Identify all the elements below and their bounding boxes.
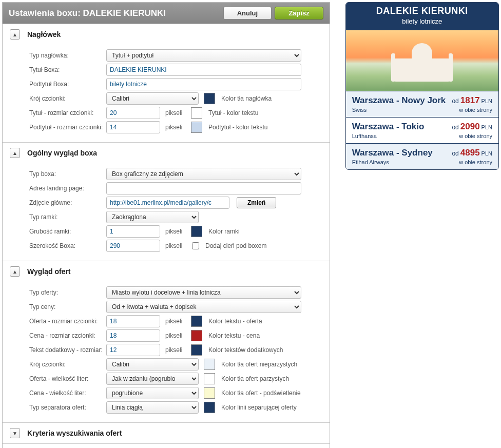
szer-input[interactable] <box>106 240 160 252</box>
preview-header: DALEKIE KIERUNKI bilety lotnicze <box>346 3 498 30</box>
offer-airline: Lufthansa <box>352 133 425 139</box>
zdjecie-input[interactable] <box>106 197 229 209</box>
section-title-ofert: Wygląd ofert <box>27 267 71 276</box>
dod-color-label: Kolor tekstów dodatkowych <box>208 346 283 354</box>
offer-price: od4895PLN <box>452 148 492 158</box>
toggle-ofert[interactable]: ▲ <box>10 266 20 277</box>
offer-price: od2090PLN <box>452 122 492 132</box>
cena-color-label: Kolor tekstu - cena <box>208 332 260 339</box>
offer-item[interactable]: Warszawa - TokioLufthansaod2090PLNw obie… <box>346 117 498 143</box>
px-unit3: pikseli <box>165 228 186 235</box>
kroj2-select[interactable]: Calibri <box>106 358 199 371</box>
zdjecie-label: Zdjęcie główne: <box>29 199 106 206</box>
oferta-color-swatch[interactable] <box>191 316 202 327</box>
kroj-label: Krój czcionki: <box>29 95 106 102</box>
ramka-color-label: Kolor ramki <box>208 228 240 235</box>
offer-item[interactable]: Warszawa - SydneyEtihad Airwaysod4895PLN… <box>346 143 498 169</box>
section-title-wyglad: Ogólny wygląd boxa <box>27 149 97 157</box>
settings-panel: Ustawienia boxu: DALEKIE KIERUNKI Anuluj… <box>2 2 330 448</box>
sep-color-label: Kolor linii separującej oferty <box>221 404 297 411</box>
offer-item[interactable]: Warszawa - Nowy JorkSwissod1817PLNw obie… <box>346 91 498 117</box>
header-box-name: DALEKIE KIERUNKI <box>83 8 166 18</box>
oferta-size-label: Oferta - rozmiar czcionki: <box>29 318 106 325</box>
cena-size-label: Cena - rozmiar czcionki: <box>29 332 106 339</box>
offer-airline: Swiss <box>352 107 446 113</box>
litery-label: Oferta - wielkość liter: <box>29 375 106 382</box>
typ-boxa-label: Typ boxa: <box>29 170 106 178</box>
cien-label: Dodaj cień pod boxem <box>205 242 266 249</box>
oferta-size-input[interactable] <box>106 315 160 327</box>
podtytul-size-input[interactable] <box>106 121 160 133</box>
sep-color-swatch[interactable] <box>204 402 215 413</box>
header-bg-label: Kolor tła nagłówka <box>221 95 272 102</box>
kroj2-label: Krój czcionki: <box>29 361 106 368</box>
typ-naglowka-select[interactable]: Tytuł + podtytuł <box>106 49 301 62</box>
offer-note: w obie strony <box>452 159 492 165</box>
tytul-color-label: Tytuł - kolor tekstu <box>208 109 258 116</box>
tytul-input[interactable] <box>106 64 301 76</box>
section-title-kryteria: Kryteria wyszukiwania ofert <box>27 429 122 437</box>
cena-color-swatch[interactable] <box>191 330 202 341</box>
typ-ceny-select[interactable]: Od + kwota + waluta + dopisek <box>106 301 301 313</box>
cena-litery-label: Cena - wielkość liter: <box>29 389 106 397</box>
toggle-kryteria[interactable]: ▼ <box>10 428 20 438</box>
podtytul-label: Podtytuł Boxa: <box>29 81 106 88</box>
litery-select[interactable]: Jak w zdaniu (pogrubio <box>106 373 199 385</box>
header-prefix: Ustawienia boxu: <box>9 8 83 18</box>
typ-oferty-label: Typ oferty: <box>29 289 106 296</box>
even-bg-swatch[interactable] <box>204 373 215 384</box>
offer-route: Warszawa - Tokio <box>352 122 425 132</box>
ramka-color-swatch[interactable] <box>191 226 202 237</box>
save-button-top[interactable]: Zapisz <box>275 7 323 20</box>
grubosc-input[interactable] <box>106 225 160 238</box>
kroj-select[interactable]: Calibri <box>106 92 199 105</box>
px-unit2: pikseli <box>165 124 186 131</box>
grubosc-label: Grubość ramki: <box>29 228 106 235</box>
tytul-label: Tytuł Boxa: <box>29 66 106 73</box>
px-u6: pikseli <box>165 332 186 339</box>
landing-input[interactable] <box>106 182 301 194</box>
header-bg-swatch[interactable] <box>204 93 215 104</box>
sep-label: Typ separatora ofert: <box>29 404 106 411</box>
typ-boxa-select[interactable]: Box graficzny ze zdjęciem <box>106 168 301 180</box>
cien-checkbox[interactable] <box>192 242 199 249</box>
tytul-size-input[interactable] <box>106 107 160 119</box>
typ-ramki-label: Typ ramki: <box>29 213 106 221</box>
highlight-bg-swatch[interactable] <box>204 387 215 399</box>
typ-naglowka-label: Typ nagłówka: <box>29 52 106 59</box>
dod-color-swatch[interactable] <box>191 344 202 356</box>
preview-box: DALEKIE KIERUNKI bilety lotnicze Warszaw… <box>345 2 499 170</box>
cena-size-input[interactable] <box>106 329 160 342</box>
cancel-button-top[interactable]: Anuluj <box>223 7 272 20</box>
offer-note: w obie strony <box>452 107 492 113</box>
podtytul-input[interactable] <box>106 78 301 90</box>
szer-label: Szerokość Boxa: <box>29 242 106 249</box>
dod-size-input[interactable] <box>106 344 160 356</box>
odd-bg-label: Kolor tła ofert nieparzystych <box>221 361 297 368</box>
sep-select[interactable]: Linia ciągłą <box>106 401 199 414</box>
tytul-color-swatch[interactable] <box>191 107 202 119</box>
typ-ramki-select[interactable]: Zaokrąglona <box>106 211 199 223</box>
px-u5: pikseli <box>165 318 186 325</box>
px-u7: pikseli <box>165 346 186 354</box>
offer-route: Warszawa - Sydney <box>352 148 433 158</box>
preview-title: DALEKIE KIERUNKI <box>350 6 494 16</box>
oferta-color-label: Kolor tekstu - oferta <box>208 318 262 325</box>
px-unit4: pikseli <box>165 242 186 249</box>
cena-litery-select[interactable]: pogrubione <box>106 387 199 399</box>
odd-bg-swatch[interactable] <box>204 359 215 370</box>
typ-oferty-select[interactable]: Miasto wylotu i docelowe + linia lotnicz… <box>106 286 301 299</box>
landing-label: Adres landing page: <box>29 185 106 192</box>
highlight-bg-label: Kolor tła ofert - podświetlenie <box>221 389 301 397</box>
typ-ceny-label: Typ ceny: <box>29 303 106 310</box>
toggle-naglowek[interactable]: ▲ <box>10 29 20 40</box>
offers-list: Warszawa - Nowy JorkSwissod1817PLNw obie… <box>346 91 498 169</box>
px-unit: pikseli <box>165 109 186 116</box>
toggle-wyglad[interactable]: ▲ <box>10 148 20 158</box>
offer-note: w obie strony <box>452 133 492 139</box>
change-image-button[interactable]: Zmień <box>237 197 276 208</box>
offer-price: od1817PLN <box>452 95 492 106</box>
preview-image <box>346 30 498 91</box>
even-bg-label: Kolor tła ofert parzystych <box>221 375 289 382</box>
podtytul-color-swatch[interactable] <box>191 122 202 133</box>
